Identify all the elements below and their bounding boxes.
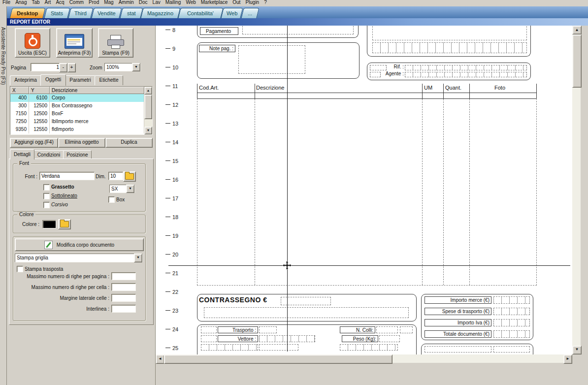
assistant-side-tab[interactable]: Assistente Ready Pro (F3) (0, 6, 7, 385)
column-header-y[interactable]: Y (29, 87, 50, 94)
table-row[interactable]: 4006100Corpo (10, 94, 144, 102)
field-placeholder[interactable] (405, 65, 527, 70)
transposed-checkbox[interactable] (17, 266, 23, 272)
cell-margin-input[interactable] (111, 294, 136, 302)
field-placeholder[interactable] (376, 326, 398, 333)
table-row[interactable]: 935012550fldImporto (10, 126, 144, 133)
field-placeholder[interactable] (400, 326, 413, 333)
report-column-quant[interactable]: Quant. (445, 85, 461, 91)
menu-item[interactable]: Art (45, 0, 51, 6)
report-label-agente[interactable]: Agente : (381, 71, 404, 76)
field-placeholder[interactable] (493, 319, 530, 326)
chevron-down-icon[interactable]: ▼ (134, 254, 142, 262)
menu-item[interactable]: Tab (32, 0, 39, 6)
font-name-input[interactable] (39, 172, 95, 180)
report-label-totale-documento[interactable]: Totale documento (€) (425, 330, 491, 338)
report-column-descrizione[interactable]: Descrizione (256, 85, 284, 91)
report-label-importo-merce[interactable]: Importo merce (€) (425, 296, 491, 304)
menu-item[interactable]: ? (264, 0, 267, 6)
modify-body-button[interactable]: Modifica corpo documento (15, 238, 144, 251)
object-list-scrollbar[interactable]: ▲ ▼ (144, 87, 152, 134)
field-placeholder[interactable] (201, 335, 217, 342)
menu-item[interactable]: Acq (56, 0, 64, 6)
field-placeholder[interactable] (238, 45, 305, 74)
grid-print-select[interactable]: Stampa griglia ▼ (15, 254, 143, 262)
menu-item[interactable]: Mag (104, 0, 113, 6)
color-swatch[interactable] (42, 220, 56, 228)
arrow-up-icon[interactable]: ▲ (572, 26, 582, 34)
panel-tab-parametri[interactable]: Parametri (65, 75, 96, 85)
report-label-importo-iva[interactable]: Importo Iva (€) (425, 319, 491, 326)
field-placeholder[interactable] (370, 72, 381, 77)
report-canvas[interactable]: 8 9 10 11 12 13 14 15 16 17 18 19 20 21 … (156, 26, 572, 354)
color-picker-button[interactable] (58, 219, 71, 229)
scrollbar-thumb[interactable] (144, 95, 152, 119)
font-size-input[interactable] (108, 172, 123, 180)
field-placeholder[interactable] (204, 307, 409, 318)
field-placeholder[interactable] (425, 346, 491, 353)
print-button[interactable]: Stampa (F9) (98, 28, 133, 58)
tab-desktop[interactable]: Desktop (9, 8, 45, 18)
menu-item[interactable]: Plugin (245, 0, 259, 6)
report-field-pagamento[interactable]: Pagamento (200, 27, 238, 35)
menu-item[interactable]: Comm (69, 0, 84, 6)
field-placeholder[interactable] (493, 308, 530, 315)
field-placeholder[interactable] (201, 344, 258, 351)
report-label-vettore[interactable]: Vettore : (218, 335, 258, 342)
panel-tab-oggetti[interactable]: Oggetti (40, 74, 66, 86)
field-placeholder[interactable] (340, 344, 398, 351)
menu-item[interactable]: Mailing (165, 0, 181, 6)
horizontal-scrollbar[interactable]: ◄ ► (156, 354, 572, 363)
arrow-down-icon[interactable]: ▼ (572, 346, 582, 354)
max-rows-page-input[interactable] (111, 272, 136, 280)
menu-item[interactable]: Ammin (119, 0, 134, 6)
report-label-peso[interactable]: Peso (Kg): (342, 335, 378, 342)
menu-item[interactable]: Web (186, 0, 196, 6)
scrollbar-thumb[interactable] (164, 354, 392, 364)
report-column-um[interactable]: UM (424, 85, 432, 91)
italic-checkbox[interactable] (43, 202, 50, 208)
panel-tab-anteprima[interactable]: Anteprima (10, 75, 41, 85)
menu-item[interactable]: File (2, 0, 10, 6)
scrollbar-thumb[interactable] (572, 34, 582, 88)
menu-item[interactable]: Anag (15, 0, 27, 6)
tab-web[interactable]: Web (221, 8, 243, 18)
menu-item[interactable]: Marketplace (201, 0, 228, 6)
page-minus-button[interactable]: - (59, 63, 67, 72)
tab-stat[interactable]: stat (120, 8, 143, 18)
add-object-button[interactable]: Aggiungi ogg.(F4) (10, 138, 58, 148)
arrow-right-icon[interactable]: ► (563, 354, 572, 364)
report-label-n-colli[interactable]: N. Colli: (340, 326, 375, 333)
duplicate-object-button[interactable]: Duplica (105, 138, 153, 148)
page-number-input[interactable] (31, 63, 61, 71)
preview-button[interactable]: Anteprima (F3) (56, 28, 93, 58)
panel-tab-etichette[interactable]: Etichette (95, 75, 123, 85)
field-placeholder[interactable] (370, 65, 387, 70)
table-row[interactable]: 30012500Box Contrassegno (10, 102, 144, 110)
detail-tab-dettagli[interactable]: Dettagli (10, 149, 34, 160)
column-header-x[interactable]: X (10, 87, 29, 94)
page-plus-button[interactable]: + (67, 63, 76, 72)
report-label-rif[interactable]: Rif. : (387, 64, 404, 69)
report-column-foto[interactable]: Foto (494, 85, 505, 91)
box-checkbox[interactable] (108, 196, 115, 203)
delete-object-button[interactable]: Elimina oggetto (58, 138, 105, 148)
align-select[interactable]: SX ▼ (109, 185, 135, 193)
menu-item[interactable]: Prod (89, 0, 99, 6)
field-placeholder[interactable] (242, 26, 354, 34)
field-placeholder[interactable] (493, 296, 530, 304)
field-placeholder[interactable] (493, 346, 530, 353)
field-placeholder[interactable] (379, 335, 400, 342)
tab-third[interactable]: Third (68, 8, 93, 18)
underline-checkbox[interactable] (43, 193, 50, 199)
report-label-spese-trasporto[interactable]: Spese di trasporto (€) (425, 308, 491, 315)
menu-item[interactable]: Out (232, 0, 240, 6)
arrow-down-icon[interactable]: ▼ (144, 127, 152, 134)
report-body-corpo[interactable] (197, 98, 537, 286)
line-spacing-input[interactable] (111, 305, 136, 313)
report-label-trasporto[interactable]: Trasporto : (218, 326, 258, 333)
tab-vendite[interactable]: Vendite (91, 8, 122, 18)
tab-stats[interactable]: Stats (44, 8, 70, 18)
vertical-scrollbar[interactable]: ▲ ▼ (572, 26, 581, 354)
chevron-down-icon[interactable]: ▼ (132, 63, 140, 71)
